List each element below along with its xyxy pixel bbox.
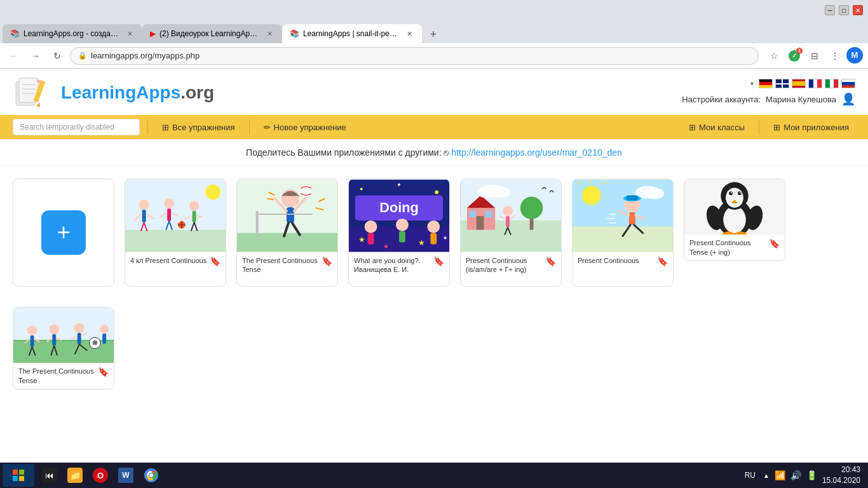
forward-button[interactable]: → (27, 47, 44, 65)
app-card-3[interactable]: Doing ★ ★ ★ ★ (348, 179, 450, 287)
share-link[interactable]: http://learningapps.org/user/mar_0210_de… (451, 147, 622, 158)
star-icon[interactable]: ☆ (765, 47, 783, 65)
app-card-5-bookmark[interactable]: 🔖 (657, 256, 668, 266)
nav-all-exercises[interactable]: ⊞ Все упражнения (156, 115, 241, 139)
svg-point-82 (477, 187, 495, 198)
app-card-4-bookmark[interactable]: 🔖 (545, 256, 556, 266)
app-card-3-bookmark[interactable]: 🔖 (433, 256, 444, 266)
tab-1[interactable]: 📚 LearningApps.org - создание м... ✕ (3, 24, 142, 43)
app-card-6[interactable]: Present Continuous Tense (+ ing) 🔖 (684, 179, 785, 261)
tab-2-title: (2) Видеоурок LearningApps Co... (159, 29, 261, 38)
flag-fr[interactable] (808, 79, 822, 88)
account-icon[interactable]: 👤 (841, 92, 855, 106)
minimize-button[interactable]: ─ (825, 5, 835, 15)
share-link-icon: ⎋ (444, 147, 451, 158)
app-card-2-bookmark[interactable]: 🔖 (322, 256, 332, 266)
app-card-6-bookmark[interactable]: 🔖 (769, 238, 780, 248)
add-app-card[interactable]: + (13, 179, 114, 287)
url-text: learningapps.org/myapps.php (91, 51, 200, 60)
ssl-icon: 🔒 (78, 51, 87, 60)
taskbar-media[interactable]: ⏮ (37, 464, 62, 486)
account-name[interactable]: Марина Кулешова (766, 95, 836, 104)
tray-volume-icon[interactable]: 🔊 (790, 470, 801, 480)
flag-en[interactable] (775, 79, 789, 88)
tab-1-close[interactable]: ✕ (125, 29, 135, 39)
toolbar-actions: ☆ ✓ 1 ⊟ ⋮ M (765, 47, 863, 65)
svg-point-135 (74, 323, 85, 333)
app-card-7-footer: The Present Continuous Tense 🔖 (13, 363, 114, 389)
svg-point-57 (396, 219, 409, 231)
back-button[interactable]: ← (5, 47, 23, 65)
svg-point-11 (205, 185, 220, 200)
app-card-5-title: Present Continuous (578, 256, 654, 265)
tab-2-close[interactable]: ✕ (264, 29, 275, 39)
app-card-1-bookmark[interactable]: 🔖 (210, 256, 220, 266)
thumb-pc5-svg (573, 179, 673, 252)
badge-count: 1 (796, 48, 803, 54)
thumb-soccer-svg (13, 308, 114, 363)
app-card-6-footer: Present Continuous Tense (+ ing) 🔖 (684, 234, 785, 261)
svg-rect-70 (477, 216, 484, 230)
taskbar-opera[interactable]: O (88, 464, 113, 486)
svg-point-24 (189, 201, 200, 211)
share-bar: Поделитесь Вашими приложениями с другими… (0, 140, 868, 166)
flags-dropdown-arrow[interactable]: ▾ (750, 80, 754, 87)
tab-3[interactable]: 📚 LearningApps | snail-it-pedagog ✕ (282, 24, 422, 43)
maximize-button[interactable]: □ (839, 5, 849, 15)
close-button[interactable]: ✕ (853, 5, 863, 15)
header-top: LearningApps.org ▾ (13, 75, 855, 110)
add-icon-wrap: + (41, 210, 86, 255)
nav-my-apps[interactable]: ⊞ Мои приложения (767, 115, 855, 139)
svg-point-113 (731, 192, 732, 193)
taskbar-files[interactable]: 📁 (62, 464, 88, 486)
nav-new-exercise-icon: ✏ (264, 123, 271, 132)
nav-new-exercise[interactable]: ✏ Новое упражнение (257, 115, 353, 139)
app-card-2-title: The Present Continuous Tense (242, 256, 319, 274)
svg-rect-93 (627, 195, 638, 200)
taskbar: ⏮ 📁 O W RU ▲ (0, 463, 868, 488)
language-flags: ▾ (750, 79, 855, 88)
opera-icon: O (93, 468, 108, 483)
nav-my-classes[interactable]: ⊞ Мои классы (682, 115, 751, 139)
profile-avatar[interactable]: M (846, 47, 863, 64)
tray-signal-icon: 📶 (775, 470, 785, 480)
app-card-4[interactable]: Present Continuous (is/am/are + Г+ ing) … (460, 179, 562, 287)
account-label: Настройки аккаунта: (682, 95, 761, 104)
flag-es[interactable] (792, 79, 806, 88)
cast-icon[interactable]: ⊟ (806, 47, 824, 65)
app-card-2[interactable]: The Present Continuous Tense 🔖 (236, 179, 338, 287)
app-card-1[interactable]: 4 кл Present Continuous 🔖 (125, 179, 226, 287)
taskbar-chrome[interactable] (139, 464, 164, 486)
tray-expand-icon[interactable]: ▲ (763, 472, 770, 479)
svg-rect-147 (13, 476, 18, 481)
add-icon: + (57, 221, 70, 244)
svg-rect-42 (256, 211, 259, 236)
svg-rect-94 (629, 212, 635, 225)
menu-icon[interactable]: ⋮ (826, 47, 844, 65)
extensions-icon[interactable]: ✓ 1 (785, 47, 803, 65)
svg-rect-71 (470, 211, 476, 217)
tab-3-close[interactable]: ✕ (404, 29, 414, 39)
tray-clock: 20:43 (822, 464, 860, 475)
svg-point-114 (740, 192, 741, 193)
search-box[interactable]: Search temporarily disabled (13, 119, 140, 135)
url-bar[interactable]: 🔒 learningapps.org/myapps.php (70, 47, 759, 65)
app-card-7[interactable]: The Present Continuous Tense 🔖 (13, 307, 114, 390)
nav-separator-1 (147, 119, 148, 135)
app-card-2-footer: The Present Continuous Tense 🔖 (237, 252, 337, 286)
app-card-5[interactable]: Present Continuous 🔖 (572, 179, 674, 287)
app-card-6-title: Present Continuous Tense (+ ing) (689, 238, 766, 257)
tab-2[interactable]: ▶ (2) Видеоурок LearningApps Co... ✕ (142, 24, 282, 43)
share-text: Поделитесь Вашими приложениями с другими… (246, 147, 441, 158)
new-tab-button[interactable]: + (424, 25, 442, 43)
app-card-7-bookmark[interactable]: 🔖 (98, 367, 109, 377)
flag-ru[interactable] (841, 79, 855, 88)
reload-button[interactable]: ↻ (48, 47, 66, 65)
thumb-penguin-svg (684, 179, 785, 234)
svg-point-111 (729, 192, 733, 196)
taskbar-word[interactable]: W (113, 464, 139, 486)
svg-rect-13 (142, 210, 146, 222)
flag-de[interactable] (759, 79, 773, 88)
start-button[interactable] (3, 464, 34, 487)
flag-it[interactable] (825, 79, 839, 88)
